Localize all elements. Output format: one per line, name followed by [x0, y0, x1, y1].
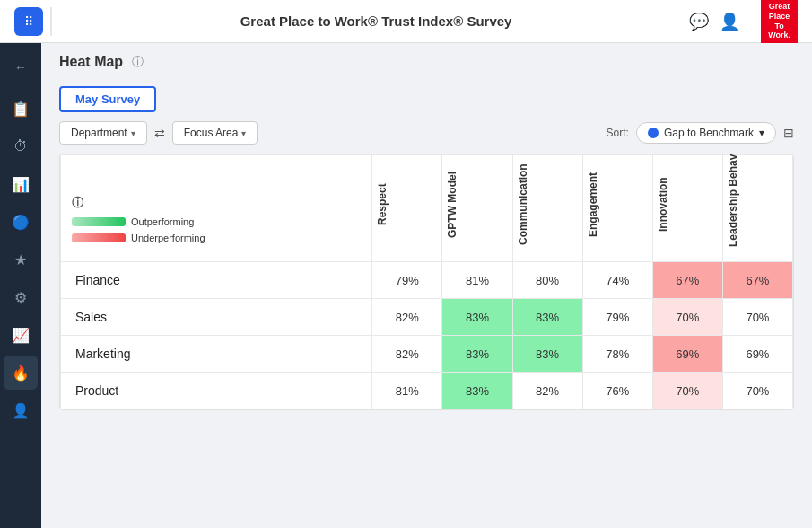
- user-icon[interactable]: 👤: [720, 12, 739, 31]
- cell-sales-2: 83%: [512, 299, 582, 336]
- sort-value: Gap to Benchmark: [664, 127, 754, 139]
- sidebar-item-analytics[interactable]: 📊: [4, 167, 38, 201]
- col-header-leadership: Leadership Behavior: [722, 155, 792, 262]
- cell-marketing-3: 78%: [582, 336, 652, 373]
- top-bar: ⠿ Great Place to Work® Trust Index® Surv…: [0, 0, 812, 43]
- col-header-engagement: Engagement: [582, 155, 652, 262]
- main-content: Heat Map ⓘ May Survey Department ▾ ⇄ Foc…: [41, 43, 812, 528]
- cell-sales-1: 83%: [442, 299, 512, 336]
- department-filter[interactable]: Department ▾: [59, 121, 147, 145]
- survey-tag[interactable]: May Survey: [59, 86, 156, 112]
- sort-label: Sort:: [607, 127, 629, 139]
- row-label-marketing: Marketing: [61, 336, 372, 373]
- sidebar-item-trends[interactable]: 📈: [4, 318, 38, 352]
- top-bar-icons: 💬 👤 Great Place To Work.: [689, 0, 798, 46]
- survey-title: Great Place to Work® Trust Index® Survey: [63, 13, 689, 29]
- cell-product-5: 70%: [722, 373, 792, 409]
- cell-finance-0: 79%: [372, 262, 442, 299]
- cell-product-0: 81%: [372, 373, 442, 409]
- cell-marketing-0: 82%: [372, 336, 442, 373]
- heatmap-info-icon[interactable]: ⓘ: [132, 54, 144, 70]
- table-row: Finance79%81%80%74%67%67%: [61, 262, 793, 299]
- underperforming-bar: [72, 233, 126, 242]
- sidebar: ← 📋 ⏱ 📊 🔵 ★ ⚙ 📈 🔥 👤: [0, 43, 41, 528]
- cell-marketing-2: 83%: [512, 336, 582, 373]
- col-header-gptw: GPTW Model: [442, 155, 512, 262]
- sidebar-item-overview[interactable]: 🔵: [4, 205, 38, 239]
- row-label-finance: Finance: [61, 262, 372, 299]
- cell-finance-5: 67%: [722, 262, 792, 299]
- cell-marketing-5: 69%: [722, 336, 792, 373]
- filter-settings-icon[interactable]: ⊟: [783, 126, 794, 140]
- heatmap-table: ⓘ Outperforming Underperforming Respect: [60, 154, 793, 409]
- table-row: Sales82%83%83%79%70%70%: [61, 299, 793, 336]
- top-bar-divider: [50, 7, 52, 36]
- chat-icon[interactable]: 💬: [689, 12, 709, 31]
- nav-dots-button[interactable]: ⠿: [14, 7, 43, 36]
- cell-product-2: 82%: [512, 373, 582, 409]
- sidebar-item-ratings[interactable]: ★: [4, 242, 38, 277]
- sidebar-item-settings[interactable]: ⚙: [4, 280, 38, 314]
- table-row: Product81%83%82%76%70%70%: [61, 373, 793, 409]
- focus-area-chevron-icon: ▾: [241, 128, 246, 138]
- underperforming-label: Underperforming: [131, 233, 205, 243]
- cell-sales-5: 70%: [722, 299, 792, 336]
- page-title: Heat Map: [59, 54, 123, 70]
- sidebar-item-reports[interactable]: 📋: [4, 92, 38, 126]
- sort-chevron-icon: ▾: [759, 127, 764, 139]
- row-label-sales: Sales: [61, 299, 372, 336]
- row-label-product: Product: [61, 373, 372, 409]
- sub-header: Heat Map ⓘ: [41, 43, 812, 81]
- outperforming-label: Outperforming: [131, 216, 194, 227]
- heatmap-table-container: ⓘ Outperforming Underperforming Respect: [59, 154, 794, 410]
- col-header-communication: Communication: [512, 155, 582, 262]
- legend-info-icon: ⓘ: [72, 195, 361, 211]
- table-row: Marketing82%83%83%78%69%69%: [61, 336, 793, 373]
- focus-area-filter[interactable]: Focus Area ▾: [172, 121, 258, 145]
- cell-sales-0: 82%: [372, 299, 442, 336]
- gptw-logo: Great Place To Work.: [761, 0, 798, 46]
- cell-finance-2: 80%: [512, 262, 582, 299]
- cell-marketing-4: 69%: [652, 336, 722, 373]
- cell-finance-1: 81%: [442, 262, 512, 299]
- cell-finance-4: 67%: [652, 262, 722, 299]
- cell-sales-4: 70%: [652, 299, 722, 336]
- sort-dot-icon: [648, 128, 659, 138]
- sidebar-item-heatmap[interactable]: 🔥: [4, 356, 38, 390]
- sidebar-item-back[interactable]: ←: [4, 50, 38, 84]
- sidebar-item-profile[interactable]: 👤: [4, 393, 38, 427]
- cell-product-4: 70%: [652, 373, 722, 409]
- department-chevron-icon: ▾: [131, 128, 135, 138]
- swap-icon[interactable]: ⇄: [154, 126, 165, 140]
- sidebar-item-history[interactable]: ⏱: [4, 129, 38, 163]
- legend-header-cell: ⓘ Outperforming Underperforming: [61, 155, 372, 262]
- filter-bar: Department ▾ ⇄ Focus Area ▾ Sort: Gap to…: [41, 121, 812, 145]
- sort-select[interactable]: Gap to Benchmark ▾: [636, 122, 776, 144]
- cell-marketing-1: 83%: [442, 336, 512, 373]
- col-header-innovation: Innovation: [652, 155, 722, 262]
- cell-finance-3: 74%: [582, 262, 652, 299]
- cell-product-3: 76%: [582, 373, 652, 409]
- outperforming-bar: [72, 217, 126, 226]
- col-header-respect: Respect: [372, 155, 442, 262]
- cell-product-1: 83%: [442, 373, 512, 409]
- cell-sales-3: 79%: [582, 299, 652, 336]
